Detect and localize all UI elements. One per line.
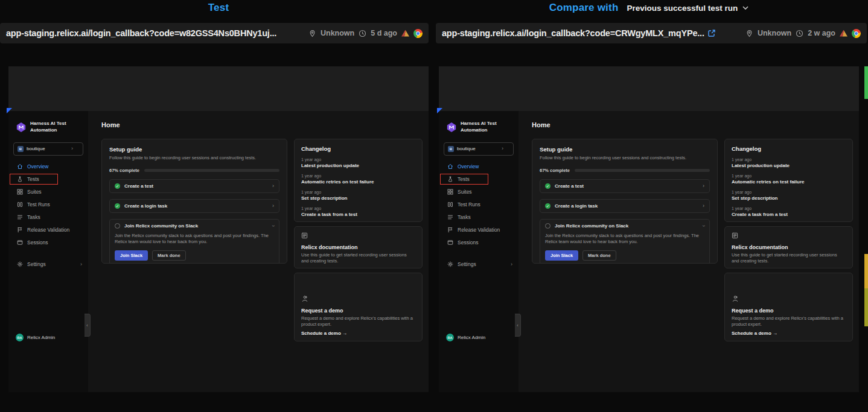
- sidebar-item-label: Suites: [27, 189, 42, 195]
- gear-icon: [447, 261, 453, 267]
- changelog-entry-title: Create a task from a test: [301, 212, 415, 217]
- chevron-right-icon: ›: [703, 183, 704, 189]
- flag-icon: [447, 227, 453, 233]
- selection-marker: [7, 108, 12, 113]
- changelog-time: 1 year ago: [732, 206, 846, 211]
- sidebar-item-label: Settings: [458, 261, 476, 267]
- sidebar-item-sessions: Sessions: [8, 236, 88, 249]
- docs-description: Use this guide to get started recording …: [732, 252, 846, 264]
- test-url-text: app-staging.relicx.ai/login_callback?cod…: [6, 28, 276, 38]
- docs-description: Use this guide to get started recording …: [301, 252, 415, 264]
- sidebar-item-label: Settings: [27, 261, 46, 267]
- changelog-entry-title: Set step description: [732, 195, 846, 201]
- changelog-entry-title: Set step description: [301, 195, 415, 201]
- external-link-icon[interactable]: [707, 29, 716, 37]
- compare-url-text: app-staging.relicx.ai/login_callback?cod…: [442, 28, 704, 38]
- check-circle-icon: ✓: [115, 183, 120, 189]
- sidebar-item-suites: Suites: [439, 186, 519, 198]
- changelog-card: Changelog 1 year ago Latest production u…: [294, 139, 423, 222]
- setup-guide-title: Setup guide: [540, 146, 710, 153]
- test-screenshot[interactable]: Harness AI Test Automation B boutique › …: [8, 66, 429, 392]
- test-url-meta: Unknown 5 d ago: [308, 29, 423, 38]
- chevron-down-icon: [742, 6, 748, 10]
- sidebar-item-label: Release Validation: [27, 227, 69, 233]
- demo-description: Request a demo and explore Relicx's capa…: [301, 315, 415, 328]
- chevron-right-icon: ›: [272, 183, 274, 189]
- user-account: RA Relicx Admin: [16, 334, 55, 341]
- changelog-entry: 1 year ago Automatic retries on test fai…: [301, 174, 415, 185]
- sidebar-item-suites: Suites: [8, 186, 88, 198]
- list-icon: [17, 214, 23, 220]
- changelog-time: 1 year ago: [732, 157, 846, 162]
- page-title: Home: [88, 111, 429, 128]
- diff-minimap[interactable]: [864, 0, 868, 412]
- gear-icon: [17, 261, 23, 267]
- demo-link: Schedule a demo →: [301, 331, 415, 336]
- join-slack-button: Join Slack: [545, 250, 578, 261]
- setup-item-description: Join the Relicx community slack to ask q…: [115, 233, 273, 246]
- sidebar-item-tests: Tests: [8, 173, 88, 186]
- user-name: Relicx Admin: [458, 335, 485, 340]
- sidebar-item-settings: Settings ›: [439, 258, 519, 271]
- setup-guide-subtitle: Follow this guide to begin recording use…: [109, 155, 279, 161]
- avatar: RA: [446, 334, 454, 341]
- demo-title: Request a demo: [301, 308, 415, 314]
- setup-item-label: Create a login task: [555, 203, 598, 209]
- setup-progress: 67% complete: [540, 168, 710, 173]
- compare-run-value: Previous successful test run: [627, 4, 738, 13]
- chevron-right-icon: ›: [80, 262, 82, 267]
- sidebar-item-label: Suites: [458, 189, 472, 195]
- warning-triangle-icon: [840, 30, 847, 37]
- demo-title: Request a demo: [732, 308, 846, 314]
- setup-item-join-slack: Join Relicx community on Slack › Join th…: [540, 219, 710, 264]
- demo-link: Schedule a demo →: [732, 331, 846, 336]
- changelog-entry-title: Automatic retries on test failure: [732, 179, 846, 185]
- sidebar-item-overview: Overview: [439, 160, 519, 173]
- request-demo-card: Request a demo Request a demo and explor…: [294, 273, 423, 341]
- compare-panel-header: Compare with Previous successful test ru…: [439, 0, 859, 16]
- setup-item-create-test: ✓ Create a test ›: [540, 179, 710, 193]
- annotation-highlight-box: [440, 174, 488, 185]
- project-icon: B: [18, 146, 24, 152]
- check-circle-icon: ✓: [545, 183, 550, 189]
- grid-icon: [447, 189, 453, 195]
- sidebar-item-label: Test Runs: [27, 201, 50, 208]
- brand-line2: Automation: [461, 127, 497, 134]
- changelog-entry: 1 year ago Latest production update: [732, 157, 846, 168]
- sidebar-item-release-validation: Release Validation: [439, 224, 519, 236]
- changelog-time: 1 year ago: [732, 190, 846, 194]
- changelog-entry: 1 year ago Set step description: [301, 190, 415, 201]
- changelog-entry-title: Create a task from a test: [732, 212, 846, 217]
- changelog-title: Changelog: [301, 145, 415, 152]
- warning-triangle-icon: [401, 30, 409, 37]
- compare-run-selector[interactable]: Previous successful test run: [627, 4, 748, 13]
- docs-icon: [732, 232, 738, 239]
- sidebar-item-test-runs: Test Runs: [8, 198, 88, 211]
- avatar: RA: [16, 334, 24, 341]
- user-name: Relicx Admin: [27, 335, 55, 340]
- progress-bar: [144, 169, 279, 172]
- chevron-right-icon: ›: [71, 146, 73, 151]
- sidebar: Harness AI Test Automation B boutique › …: [8, 111, 88, 392]
- drawer-collapse-handle: ‹: [515, 314, 521, 337]
- join-slack-button: Join Slack: [115, 250, 148, 261]
- brand: Harness AI Test Automation: [8, 111, 88, 134]
- browser-window-icon: [447, 239, 453, 246]
- compare-screenshot[interactable]: Harness AI Test Automation B boutique › …: [439, 66, 859, 392]
- chevron-right-icon: ›: [272, 203, 274, 209]
- documentation-card: Relicx documentation Use this guide to g…: [724, 226, 853, 268]
- project-name: boutique: [27, 146, 45, 151]
- captured-time-label: 5 d ago: [371, 29, 397, 37]
- documentation-card: Relicx documentation Use this guide to g…: [294, 226, 423, 268]
- setup-item-label: Join Relicx community on Slack: [555, 223, 628, 229]
- annotation-highlight-box: [10, 174, 58, 185]
- browser-window-icon: [17, 239, 23, 246]
- sidebar-item-label: Release Validation: [458, 227, 500, 233]
- sidebar-item-tasks: Tasks: [439, 211, 519, 224]
- minimap-segment-olive: [864, 288, 868, 326]
- sidebar-item-overview: Overview: [8, 160, 88, 173]
- sidebar-item-label: Overview: [27, 163, 48, 170]
- sidebar-item-sessions: Sessions: [439, 236, 519, 249]
- columns-icon: [447, 201, 453, 208]
- flag-icon: [17, 227, 23, 233]
